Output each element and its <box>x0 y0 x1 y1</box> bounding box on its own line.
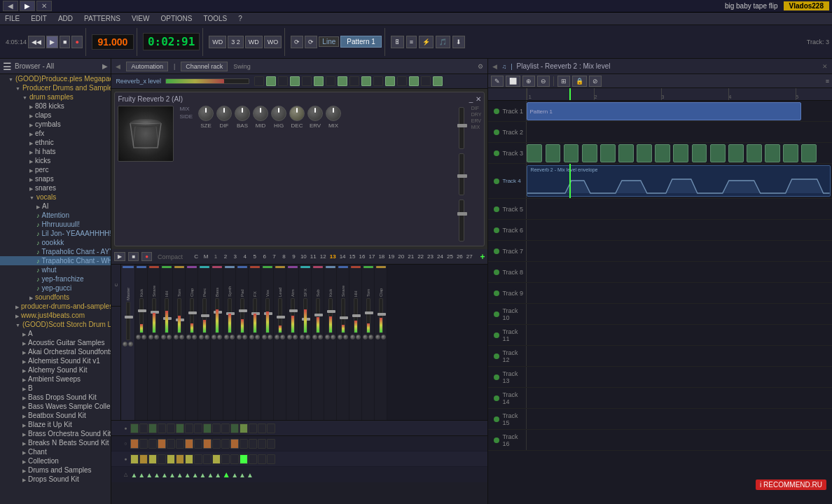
pad-4[interactable] <box>290 76 300 86</box>
fx-btn-3[interactable]: ⚡ <box>419 36 434 48</box>
tree-item-alchemy[interactable]: Alchemy Sound Kit <box>0 365 111 374</box>
pblock-3-6[interactable] <box>618 144 634 162</box>
stop-button[interactable]: ■ <box>60 36 70 48</box>
tree-item-just4[interactable]: www.just4beats.com <box>0 311 111 320</box>
ch-knob-3b[interactable] <box>179 335 184 340</box>
seq-play-btn[interactable]: ▶ <box>114 252 125 261</box>
tree-item-chant[interactable]: Chant <box>0 447 111 456</box>
ch-knob-10a[interactable] <box>262 335 267 340</box>
bp-11[interactable] <box>221 424 230 433</box>
bp2-15[interactable] <box>258 439 266 449</box>
bp-1[interactable] <box>130 424 139 433</box>
pl-pencil-btn[interactable]: ✎ <box>491 76 504 87</box>
ch-knob-6a[interactable] <box>212 335 216 340</box>
tree-item-hhrr[interactable]: Hhrruuuuull! <box>0 220 111 229</box>
bp3-13[interactable] <box>240 454 248 464</box>
ch-knob-5a[interactable] <box>199 335 204 340</box>
bp3-15[interactable] <box>258 454 266 464</box>
pblock-3-14[interactable] <box>765 144 780 162</box>
ch-knob-6b[interactable] <box>217 335 222 340</box>
fader-master[interactable] <box>126 302 130 340</box>
tab-1[interactable]: ◀ <box>3 1 18 11</box>
ch-knob-18b[interactable] <box>368 335 373 340</box>
fader-18[interactable] <box>366 298 370 333</box>
seq-rec-btn[interactable]: ● <box>141 252 152 261</box>
menu-view[interactable]: VIEW <box>130 15 152 22</box>
seq-stop-btn[interactable]: ■ <box>128 252 139 261</box>
reeverb-minimize[interactable]: _ <box>469 95 473 103</box>
bp2-16[interactable] <box>267 439 275 449</box>
fader-1[interactable] <box>152 298 156 333</box>
plugin-btn-1[interactable]: ⟳ <box>291 36 303 48</box>
fx-btn-4[interactable]: 🎵 <box>436 36 450 48</box>
ch-knob-1b[interactable] <box>154 335 159 340</box>
tree-item-acoustic[interactable]: Acoustic Guitar Samples <box>0 338 111 347</box>
pblock-3-12[interactable] <box>728 144 744 162</box>
tree-item-soundfonts[interactable]: soundfonts <box>0 293 111 302</box>
fader-16[interactable] <box>341 298 345 333</box>
ch-knob-17a[interactable] <box>350 335 355 340</box>
pblock-3-13[interactable] <box>747 144 762 162</box>
menu-file[interactable]: FILE <box>3 15 22 22</box>
bp3-8[interactable] <box>194 454 202 464</box>
ch-knob-2b[interactable] <box>167 335 172 340</box>
fx-btn-1[interactable]: 🎚 <box>391 36 404 48</box>
ch-knob-13a[interactable] <box>300 335 305 340</box>
pblock-3-3[interactable] <box>564 144 579 162</box>
pl-content-3[interactable] <box>527 143 832 163</box>
bp2-11[interactable] <box>221 439 230 449</box>
tree-item-snares[interactable]: snares <box>0 183 111 192</box>
menu-add[interactable]: ADD <box>56 15 75 22</box>
tree-item-yep-g[interactable]: yep-gucci <box>0 284 111 293</box>
bp-8[interactable] <box>194 424 202 433</box>
pad-9[interactable] <box>349 76 359 86</box>
knob-3[interactable] <box>235 106 250 121</box>
ch-knob-18a[interactable] <box>363 335 368 340</box>
tree-item-beatbox[interactable]: Beatbox Sound Kit <box>0 411 111 420</box>
bp2-1[interactable] <box>130 439 139 449</box>
ch-knob-4a[interactable] <box>186 335 191 340</box>
ch-knob-8b[interactable] <box>242 335 247 340</box>
bp3-10[interactable] <box>212 454 221 464</box>
bp2-9[interactable] <box>203 439 212 449</box>
bp3-5[interactable] <box>167 454 175 464</box>
ch-knob-13b[interactable] <box>305 335 310 340</box>
tree-item-a[interactable]: A <box>0 329 111 338</box>
menu-tools[interactable]: TOOLS <box>201 15 229 22</box>
ch-knob-4b[interactable] <box>192 335 197 340</box>
knob-5[interactable] <box>271 106 286 121</box>
bp-15[interactable] <box>258 424 266 433</box>
pl-content-13[interactable] <box>527 367 832 387</box>
tree-item-ethnic[interactable]: ethnic <box>0 138 111 147</box>
tree-item-brass[interactable]: Brass Orchestra Sound Kit <box>0 429 111 438</box>
fader-3[interactable] <box>177 298 181 333</box>
pl-content-12[interactable] <box>527 346 832 366</box>
pl-content-5[interactable] <box>527 199 832 219</box>
tree-item-vocals[interactable]: vocals <box>0 192 111 202</box>
tree-item-breaks[interactable]: Breaks N Beats Sound Kit <box>0 438 111 447</box>
fader-19[interactable] <box>379 298 383 333</box>
pblock-3-16[interactable] <box>801 144 817 162</box>
bp-2[interactable] <box>139 424 148 433</box>
bp3-7[interactable] <box>185 454 193 464</box>
bp3-3[interactable] <box>148 454 157 464</box>
bp3-12[interactable] <box>230 454 239 464</box>
pblock-3-9[interactable] <box>673 144 688 162</box>
bp2-12[interactable] <box>230 439 239 449</box>
tree-item-whut[interactable]: whut <box>0 265 111 274</box>
ch-knob-7b[interactable] <box>230 335 235 340</box>
tree-item-attention[interactable]: Attention <box>0 211 111 220</box>
bp3-1[interactable] <box>130 454 139 464</box>
pblock-3-1[interactable] <box>527 144 542 162</box>
pad-6[interactable] <box>314 76 324 86</box>
pl-content-16[interactable] <box>527 430 832 450</box>
panel-settings-icon[interactable]: ⚙ <box>478 63 483 70</box>
ch-knob-2a[interactable] <box>161 335 166 340</box>
ch-knob-0a[interactable] <box>136 335 141 340</box>
ch-knob-3a[interactable] <box>174 335 179 340</box>
pblock-3-7[interactable] <box>637 144 652 162</box>
bp-6[interactable] <box>176 424 184 433</box>
tree-item-efx[interactable]: efx <box>0 129 111 138</box>
fader-13[interactable] <box>303 298 307 333</box>
tree-item-ai[interactable]: AI <box>0 202 111 211</box>
